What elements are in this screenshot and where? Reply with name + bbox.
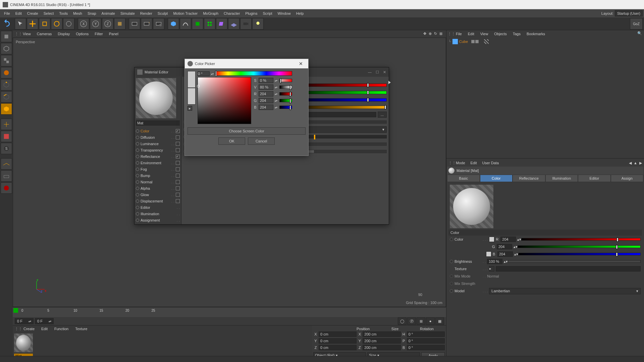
vp-menu-view[interactable]: View — [20, 31, 34, 37]
play-frame[interactable]: ▦ — [435, 317, 444, 325]
rot-p[interactable]: 0 ° — [407, 338, 445, 344]
rot-h[interactable]: 0 ° — [407, 331, 445, 337]
menu-select[interactable]: Select — [41, 10, 57, 17]
texture-mode[interactable] — [1, 55, 12, 66]
render-settings[interactable] — [153, 18, 164, 29]
add-camera[interactable] — [240, 18, 252, 29]
tab-basic[interactable]: Basic — [447, 175, 480, 182]
menu-window[interactable]: Window — [275, 10, 293, 17]
tab-assign[interactable]: Assign — [611, 175, 644, 182]
om-edit[interactable]: Edit — [465, 31, 477, 37]
cp-g-slider[interactable] — [279, 99, 292, 102]
menu-animate[interactable]: Animate — [99, 10, 118, 17]
menu-mesh[interactable]: Mesh — [70, 10, 85, 17]
tab-reflectance[interactable]: Reflectance — [513, 175, 545, 182]
visibility-dot-render[interactable] — [475, 40, 479, 43]
add-array[interactable] — [204, 18, 215, 29]
viewport-solo[interactable] — [1, 131, 12, 142]
mat-menu-create[interactable]: Create — [21, 326, 37, 331]
texture-field[interactable] — [496, 266, 641, 272]
menu-sculpt[interactable]: Sculpt — [155, 10, 171, 17]
render-pv[interactable] — [141, 18, 152, 29]
me-channel-check[interactable] — [176, 155, 180, 159]
cp-b[interactable]: 204 — [259, 105, 273, 110]
y-axis-lock[interactable]: Y — [90, 18, 101, 29]
layout-selector[interactable]: Startup (User) — [615, 10, 643, 16]
model-mode[interactable] — [1, 43, 12, 54]
nav-back-icon[interactable]: ◀ — [629, 161, 632, 165]
goz-button[interactable]: GoZ — [630, 18, 643, 29]
timeline-marker[interactable] — [13, 308, 18, 313]
menu-script[interactable]: Script — [260, 10, 275, 17]
me-channel-displacement[interactable]: Displacement. . — [136, 198, 180, 204]
snap-enable[interactable]: S — [1, 143, 12, 154]
minimize-icon[interactable]: — — [368, 70, 372, 74]
pos-y[interactable]: 0 cm — [319, 338, 357, 344]
polygon-mode[interactable] — [1, 103, 12, 115]
live-select-tool[interactable] — [15, 18, 26, 29]
timeline-ruler[interactable]: 0 5 10 15 20 25 — [13, 307, 446, 317]
om-view[interactable]: View — [478, 31, 491, 37]
me-channel-illumination[interactable]: Illumination. . — [136, 210, 180, 217]
me-channel-check[interactable] — [176, 180, 180, 184]
attr-r[interactable]: 204 — [500, 237, 516, 242]
cp-v-slider[interactable] — [279, 85, 292, 89]
cp-v[interactable]: 80 % — [259, 84, 273, 90]
tab-editor[interactable]: Editor — [578, 175, 611, 182]
me-channel-environment[interactable]: Environment. . — [136, 160, 180, 166]
me-channel-check[interactable] — [176, 186, 180, 190]
cp-g[interactable]: 204 — [259, 98, 273, 103]
me-channel-glow[interactable]: Glow. . — [136, 191, 180, 198]
tab-illumination[interactable]: Illumination — [545, 175, 578, 182]
color-picker-title-bar[interactable]: Color Picker ✕ — [185, 59, 308, 68]
om-tags[interactable]: Tags — [510, 31, 523, 37]
tab-color[interactable]: Color — [480, 175, 513, 182]
vp-menu-options[interactable]: Options — [73, 31, 91, 37]
nav-fwd-icon[interactable]: ▶ — [639, 161, 642, 165]
menu-help[interactable]: Help — [293, 10, 307, 17]
material-preview[interactable] — [450, 185, 493, 228]
workplane-mode[interactable] — [1, 67, 12, 78]
pos-z[interactable]: 0 cm — [319, 345, 357, 350]
texture-tag-icon[interactable] — [484, 39, 489, 44]
mat-menu-edit[interactable]: Edit — [39, 326, 50, 331]
vp-menu-panel[interactable]: Panel — [106, 31, 121, 37]
attr-brightness-slider[interactable] — [508, 260, 641, 263]
me-channel-check[interactable] — [176, 129, 180, 133]
cp-screen-color[interactable]: Choose Screen Color — [187, 127, 306, 135]
attr-model-dropdown[interactable]: Lambertian▾ — [489, 288, 641, 294]
me-channel-check[interactable] — [176, 174, 180, 178]
me-channel-luminance[interactable]: Luminance. . — [136, 140, 180, 147]
cp-sv-field[interactable] — [198, 77, 251, 124]
frame-start[interactable]: 0 F▴▾ — [15, 318, 34, 324]
me-channel-reflectance[interactable]: Reflectance. . — [136, 153, 180, 160]
size-y[interactable]: 200 cm — [363, 338, 400, 344]
cp-b-slider[interactable] — [279, 106, 292, 109]
me-channel-assignment[interactable]: Assignment. . — [136, 217, 180, 223]
me-channel-alpha[interactable]: Alpha. . — [136, 185, 180, 191]
attr-g-slider[interactable] — [518, 245, 641, 248]
menu-tools[interactable]: Tools — [56, 10, 70, 17]
me-channel-fog[interactable]: Fog. . — [136, 166, 180, 172]
me-channel-check[interactable] — [176, 161, 180, 165]
pos-x[interactable]: 0 cm — [319, 331, 357, 337]
x-axis-lock[interactable]: X — [78, 18, 89, 29]
add-light[interactable] — [252, 18, 264, 29]
vp-rotate-icon[interactable]: ↻ — [434, 32, 439, 36]
om-objects[interactable]: Objects — [491, 31, 509, 37]
attr-brightness[interactable]: 100 % — [487, 259, 502, 264]
menu-file[interactable]: File — [1, 10, 13, 17]
move-tool[interactable] — [27, 18, 38, 29]
vp-nav-icon[interactable]: ✥ — [423, 32, 428, 36]
play-circle-p[interactable]: Ⓟ — [407, 317, 416, 325]
menu-simulate[interactable]: Simulate — [118, 10, 138, 17]
cp-hue-slider[interactable] — [215, 71, 292, 76]
cp-cancel[interactable]: Cancel — [248, 137, 275, 145]
point-mode[interactable] — [1, 79, 12, 90]
attr-r-slider[interactable] — [521, 238, 641, 241]
frame-current[interactable]: 0 F▴▾ — [35, 318, 54, 324]
vp-zoom-icon[interactable]: ⊕ — [429, 32, 433, 36]
cp-expand-icon[interactable]: ▸ — [187, 106, 192, 111]
color-swatch2[interactable] — [486, 251, 491, 257]
z-axis-lock[interactable]: Z — [102, 18, 113, 29]
